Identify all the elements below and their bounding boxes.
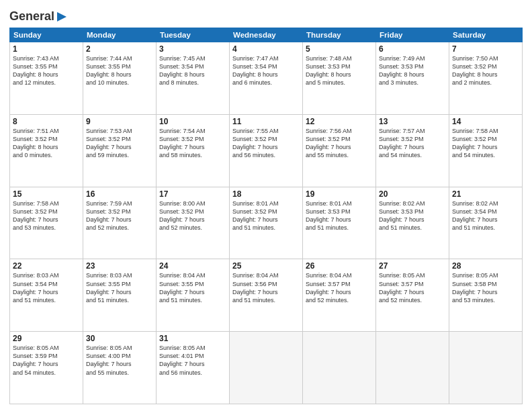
cell-text: Sunrise: 7:43 AM Sunset: 3:55 PM Dayligh… bbox=[13, 54, 80, 87]
day-number: 15 bbox=[13, 189, 80, 199]
calendar-cell: 15Sunrise: 7:58 AM Sunset: 3:52 PM Dayli… bbox=[10, 187, 83, 259]
cell-text: Sunrise: 8:05 AM Sunset: 3:59 PM Dayligh… bbox=[13, 344, 80, 377]
calendar-cell: 21Sunrise: 8:02 AM Sunset: 3:54 PM Dayli… bbox=[449, 187, 523, 259]
calendar-cell: 9Sunrise: 7:53 AM Sunset: 3:52 PM Daylig… bbox=[83, 114, 157, 187]
calendar-week-1: 1Sunrise: 7:43 AM Sunset: 3:55 PM Daylig… bbox=[10, 42, 523, 115]
day-number: 14 bbox=[452, 117, 519, 126]
cell-text: Sunrise: 7:50 AM Sunset: 3:52 PM Dayligh… bbox=[452, 54, 519, 87]
svg-marker-0 bbox=[57, 12, 66, 21]
calendar-week-2: 8Sunrise: 7:51 AM Sunset: 3:52 PM Daylig… bbox=[10, 114, 523, 187]
calendar-cell: 13Sunrise: 7:57 AM Sunset: 3:52 PM Dayli… bbox=[376, 114, 449, 187]
day-number: 19 bbox=[306, 189, 373, 199]
logo-arrow-icon bbox=[56, 11, 68, 23]
day-number: 20 bbox=[379, 189, 446, 199]
col-header-tuesday: Tuesday bbox=[157, 28, 230, 42]
day-number: 3 bbox=[159, 44, 226, 54]
calendar-cell: 16Sunrise: 7:59 AM Sunset: 3:52 PM Dayli… bbox=[83, 187, 157, 259]
day-number: 25 bbox=[232, 261, 300, 271]
calendar-cell: 20Sunrise: 8:02 AM Sunset: 3:53 PM Dayli… bbox=[376, 187, 449, 259]
cell-text: Sunrise: 7:44 AM Sunset: 3:55 PM Dayligh… bbox=[86, 54, 153, 87]
calendar-table: SundayMondayTuesdayWednesdayThursdayFrid… bbox=[9, 28, 523, 404]
calendar-cell: 7Sunrise: 7:50 AM Sunset: 3:52 PM Daylig… bbox=[449, 42, 523, 115]
day-number: 17 bbox=[159, 189, 226, 199]
cell-text: Sunrise: 7:45 AM Sunset: 3:54 PM Dayligh… bbox=[159, 54, 226, 87]
cell-text: Sunrise: 8:03 AM Sunset: 3:54 PM Dayligh… bbox=[13, 271, 80, 304]
calendar-cell: 25Sunrise: 8:04 AM Sunset: 3:56 PM Dayli… bbox=[230, 259, 303, 332]
day-number: 12 bbox=[306, 117, 373, 126]
cell-text: Sunrise: 8:04 AM Sunset: 3:56 PM Dayligh… bbox=[232, 271, 300, 304]
col-header-monday: Monday bbox=[83, 28, 157, 42]
cell-text: Sunrise: 8:05 AM Sunset: 4:01 PM Dayligh… bbox=[159, 344, 226, 377]
cell-text: Sunrise: 8:02 AM Sunset: 3:53 PM Dayligh… bbox=[379, 199, 446, 232]
day-number: 30 bbox=[86, 334, 153, 343]
calendar-cell: 6Sunrise: 7:49 AM Sunset: 3:53 PM Daylig… bbox=[376, 42, 449, 115]
calendar-cell bbox=[376, 332, 449, 404]
cell-text: Sunrise: 8:03 AM Sunset: 3:55 PM Dayligh… bbox=[86, 271, 153, 304]
calendar-cell bbox=[230, 332, 303, 404]
cell-text: Sunrise: 7:58 AM Sunset: 3:52 PM Dayligh… bbox=[452, 127, 519, 160]
calendar-cell: 28Sunrise: 8:05 AM Sunset: 3:58 PM Dayli… bbox=[449, 259, 523, 332]
cell-text: Sunrise: 7:53 AM Sunset: 3:52 PM Dayligh… bbox=[86, 127, 153, 160]
cell-text: Sunrise: 8:00 AM Sunset: 3:52 PM Dayligh… bbox=[159, 199, 226, 232]
cell-text: Sunrise: 7:58 AM Sunset: 3:52 PM Dayligh… bbox=[13, 199, 80, 232]
cell-text: Sunrise: 8:01 AM Sunset: 3:53 PM Dayligh… bbox=[306, 199, 373, 232]
day-number: 21 bbox=[452, 189, 519, 199]
cell-text: Sunrise: 7:47 AM Sunset: 3:54 PM Dayligh… bbox=[232, 54, 300, 87]
day-number: 7 bbox=[452, 44, 519, 54]
calendar-cell: 19Sunrise: 8:01 AM Sunset: 3:53 PM Dayli… bbox=[303, 187, 376, 259]
calendar-cell: 8Sunrise: 7:51 AM Sunset: 3:52 PM Daylig… bbox=[10, 114, 83, 187]
calendar-cell: 29Sunrise: 8:05 AM Sunset: 3:59 PM Dayli… bbox=[10, 332, 83, 404]
cell-text: Sunrise: 8:04 AM Sunset: 3:55 PM Dayligh… bbox=[159, 271, 226, 304]
day-number: 11 bbox=[232, 117, 300, 126]
day-number: 22 bbox=[13, 261, 80, 271]
calendar-cell: 30Sunrise: 8:05 AM Sunset: 4:00 PM Dayli… bbox=[83, 332, 157, 404]
page: General SundayMondayTuesdayWednesdayThur… bbox=[0, 0, 532, 411]
calendar-cell: 2Sunrise: 7:44 AM Sunset: 3:55 PM Daylig… bbox=[83, 42, 157, 115]
cell-text: Sunrise: 8:05 AM Sunset: 4:00 PM Dayligh… bbox=[86, 344, 153, 377]
cell-text: Sunrise: 7:48 AM Sunset: 3:53 PM Dayligh… bbox=[306, 54, 373, 87]
day-number: 31 bbox=[159, 334, 226, 343]
day-number: 10 bbox=[159, 117, 226, 126]
cell-text: Sunrise: 7:49 AM Sunset: 3:53 PM Dayligh… bbox=[379, 54, 446, 87]
calendar-cell: 14Sunrise: 7:58 AM Sunset: 3:52 PM Dayli… bbox=[449, 114, 523, 187]
day-number: 2 bbox=[86, 44, 153, 54]
header: General bbox=[9, 7, 523, 24]
day-number: 4 bbox=[232, 44, 300, 54]
calendar-cell bbox=[449, 332, 523, 404]
calendar-cell bbox=[303, 332, 376, 404]
day-number: 5 bbox=[306, 44, 373, 54]
col-header-friday: Friday bbox=[376, 28, 449, 42]
calendar-cell: 23Sunrise: 8:03 AM Sunset: 3:55 PM Dayli… bbox=[83, 259, 157, 332]
cell-text: Sunrise: 7:56 AM Sunset: 3:52 PM Dayligh… bbox=[306, 127, 373, 160]
calendar-cell: 11Sunrise: 7:55 AM Sunset: 3:52 PM Dayli… bbox=[230, 114, 303, 187]
cell-text: Sunrise: 8:04 AM Sunset: 3:57 PM Dayligh… bbox=[306, 271, 373, 304]
day-number: 18 bbox=[232, 189, 300, 199]
day-number: 8 bbox=[13, 117, 80, 126]
day-number: 13 bbox=[379, 117, 446, 126]
cell-text: Sunrise: 8:05 AM Sunset: 3:57 PM Dayligh… bbox=[379, 271, 446, 304]
calendar-cell: 18Sunrise: 8:01 AM Sunset: 3:52 PM Dayli… bbox=[230, 187, 303, 259]
calendar-cell: 1Sunrise: 7:43 AM Sunset: 3:55 PM Daylig… bbox=[10, 42, 83, 115]
cell-text: Sunrise: 8:05 AM Sunset: 3:58 PM Dayligh… bbox=[452, 271, 519, 304]
col-header-sunday: Sunday bbox=[10, 28, 83, 42]
calendar-cell: 3Sunrise: 7:45 AM Sunset: 3:54 PM Daylig… bbox=[157, 42, 230, 115]
cell-text: Sunrise: 7:54 AM Sunset: 3:52 PM Dayligh… bbox=[159, 127, 226, 160]
calendar-cell: 4Sunrise: 7:47 AM Sunset: 3:54 PM Daylig… bbox=[230, 42, 303, 115]
calendar-week-4: 22Sunrise: 8:03 AM Sunset: 3:54 PM Dayli… bbox=[10, 259, 523, 332]
cell-text: Sunrise: 7:51 AM Sunset: 3:52 PM Dayligh… bbox=[13, 127, 80, 160]
calendar-cell: 22Sunrise: 8:03 AM Sunset: 3:54 PM Dayli… bbox=[10, 259, 83, 332]
logo-general: General bbox=[9, 9, 54, 24]
cell-text: Sunrise: 8:02 AM Sunset: 3:54 PM Dayligh… bbox=[452, 199, 519, 232]
day-number: 6 bbox=[379, 44, 446, 54]
calendar-header-row: SundayMondayTuesdayWednesdayThursdayFrid… bbox=[10, 28, 523, 42]
cell-text: Sunrise: 7:57 AM Sunset: 3:52 PM Dayligh… bbox=[379, 127, 446, 160]
calendar-cell: 10Sunrise: 7:54 AM Sunset: 3:52 PM Dayli… bbox=[157, 114, 230, 187]
calendar-week-3: 15Sunrise: 7:58 AM Sunset: 3:52 PM Dayli… bbox=[10, 187, 523, 259]
calendar-cell: 24Sunrise: 8:04 AM Sunset: 3:55 PM Dayli… bbox=[157, 259, 230, 332]
calendar-cell: 27Sunrise: 8:05 AM Sunset: 3:57 PM Dayli… bbox=[376, 259, 449, 332]
calendar-cell: 17Sunrise: 8:00 AM Sunset: 3:52 PM Dayli… bbox=[157, 187, 230, 259]
cell-text: Sunrise: 7:55 AM Sunset: 3:52 PM Dayligh… bbox=[232, 127, 300, 160]
calendar-cell: 31Sunrise: 8:05 AM Sunset: 4:01 PM Dayli… bbox=[157, 332, 230, 404]
col-header-wednesday: Wednesday bbox=[230, 28, 303, 42]
day-number: 29 bbox=[13, 334, 80, 343]
